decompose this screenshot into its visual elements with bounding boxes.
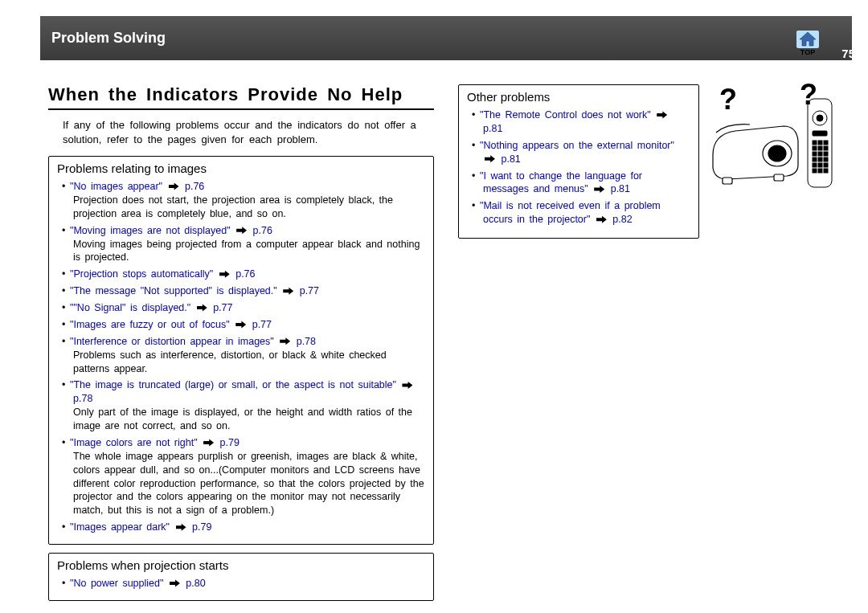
section-title: When the Indicators Provide No Help <box>48 84 434 110</box>
bullet: • <box>472 170 480 183</box>
pointer-icon <box>283 287 293 295</box>
start-subsection: Problems when projection starts •"No pow… <box>48 553 434 601</box>
other-list: •"The Remote Control does not work" p.81… <box>467 108 690 227</box>
page-ref[interactable]: p.81 <box>606 183 630 194</box>
page-ref[interactable]: p.79 <box>188 521 212 533</box>
page-ref[interactable]: p.79 <box>215 437 240 448</box>
list-item: •"No power supplied" p.80 <box>73 577 425 591</box>
question-mark-icon: ? <box>800 78 817 112</box>
pointer-icon <box>170 579 180 587</box>
page-ref[interactable]: p.77 <box>295 285 319 296</box>
list-item: •"The message "Not supported" is display… <box>73 284 425 298</box>
page-ref[interactable]: p.76 <box>248 225 272 236</box>
pointer-icon <box>176 523 186 531</box>
bullet: • <box>472 139 480 153</box>
svg-point-8 <box>817 115 823 121</box>
pointer-icon <box>594 185 604 193</box>
svg-rect-20 <box>818 157 822 161</box>
page-ref[interactable]: p.77 <box>209 302 233 313</box>
svg-rect-26 <box>818 169 822 173</box>
list-item: •""No Signal" is displayed." p.77 <box>73 301 425 315</box>
other-heading: Other problems <box>467 90 690 104</box>
start-list: •"No power supplied" p.80 <box>57 577 425 591</box>
list-item: •"Projection stops automatically" p.76 <box>73 268 425 281</box>
page-ref[interactable]: p.76 <box>231 268 256 280</box>
pointer-icon <box>280 337 290 345</box>
svg-rect-22 <box>813 163 817 167</box>
bullet: • <box>472 199 480 213</box>
question-mark-icon: ? <box>719 83 737 116</box>
xref-link[interactable]: "Projection stops automatically" <box>70 268 218 280</box>
bullet: • <box>62 224 70 238</box>
svg-rect-12 <box>824 141 828 145</box>
bullet: • <box>62 318 70 332</box>
bullet: • <box>472 108 480 122</box>
xref-link[interactable]: "Mail is not received even if a problem … <box>480 200 661 225</box>
list-item: •"Interference or distortion appear in i… <box>73 335 425 376</box>
xref-link[interactable]: "The Remote Control does not work" <box>480 109 655 121</box>
bullet: • <box>62 436 70 450</box>
xref-link[interactable]: "No images appear" <box>70 181 167 192</box>
bullet: • <box>62 284 70 298</box>
intro-text: If any of the following problems occur a… <box>48 118 434 146</box>
svg-rect-25 <box>813 169 817 173</box>
svg-rect-5 <box>774 174 784 181</box>
xref-link[interactable]: "Nothing appears on the external monitor… <box>480 140 674 151</box>
page-ref[interactable]: p.78 <box>73 393 92 404</box>
svg-point-3 <box>768 145 786 161</box>
top-label: TOP <box>794 48 821 56</box>
svg-rect-21 <box>824 157 828 161</box>
xref-link[interactable]: ""No Signal" is displayed." <box>70 302 195 313</box>
pointer-icon <box>657 111 667 119</box>
item-description: Projection does not start, the projectio… <box>73 194 425 221</box>
right-column: Other problems •"The Remote Control does… <box>458 84 836 239</box>
svg-rect-18 <box>824 152 828 156</box>
xref-link[interactable]: "The message "Not supported" is displaye… <box>70 285 281 296</box>
images-heading: Problems relating to images <box>57 161 425 175</box>
pointer-icon <box>236 227 247 235</box>
bullet: • <box>62 335 70 349</box>
header-bar: Problem Solving TOP 75 <box>40 16 852 60</box>
bullet: • <box>62 268 70 281</box>
xref-link[interactable]: "Interference or distortion appear in im… <box>70 336 278 347</box>
svg-rect-9 <box>813 131 827 136</box>
pointer-icon <box>402 381 412 389</box>
page-ref[interactable]: p.81 <box>497 153 521 165</box>
pointer-icon <box>169 182 179 190</box>
svg-rect-10 <box>813 141 817 145</box>
images-subsection: Problems relating to images •"No images … <box>48 156 434 545</box>
xref-link[interactable]: "Images are fuzzy or out of focus" <box>70 319 234 330</box>
svg-rect-17 <box>818 152 822 156</box>
svg-rect-15 <box>824 146 828 150</box>
svg-rect-4 <box>723 178 732 184</box>
list-item: •"No images appear" p.76Projection does … <box>73 180 425 221</box>
xref-link[interactable]: "Image colors are not right" <box>70 437 202 448</box>
page-ref[interactable]: p.80 <box>182 578 206 589</box>
item-description: Only part of the image is displayed, or … <box>73 406 425 433</box>
page-ref[interactable]: p.81 <box>483 123 502 134</box>
page-ref[interactable]: p.77 <box>248 319 272 330</box>
page-ref[interactable]: p.78 <box>292 336 316 347</box>
xref-link[interactable]: "The image is truncated (large) or small… <box>70 379 400 390</box>
list-item: •"Moving images are not displayed" p.76M… <box>73 224 425 265</box>
top-badge[interactable]: TOP <box>794 31 821 56</box>
content-area: When the Indicators Provide No Help If a… <box>48 84 844 609</box>
bullet: • <box>62 301 70 315</box>
svg-rect-13 <box>813 146 817 150</box>
xref-link[interactable]: "No power supplied" <box>70 578 168 589</box>
svg-rect-19 <box>813 157 817 161</box>
bullet: • <box>62 180 70 194</box>
page-ref[interactable]: p.76 <box>181 181 205 192</box>
home-icon <box>796 31 819 48</box>
list-item: •"The Remote Control does not work" p.81 <box>483 108 690 136</box>
list-item: •"Nothing appears on the external monito… <box>483 139 690 166</box>
pointer-icon <box>219 270 230 278</box>
xref-link[interactable]: "Images appear dark" <box>70 521 174 533</box>
page-ref[interactable]: p.82 <box>608 214 633 225</box>
xref-link[interactable]: "Moving images are not displayed" <box>70 225 235 236</box>
svg-rect-27 <box>824 169 828 173</box>
pointer-icon <box>485 155 495 163</box>
bullet: • <box>62 378 70 392</box>
item-description: Moving images being projected from a com… <box>73 238 425 265</box>
pointer-icon <box>596 215 607 223</box>
